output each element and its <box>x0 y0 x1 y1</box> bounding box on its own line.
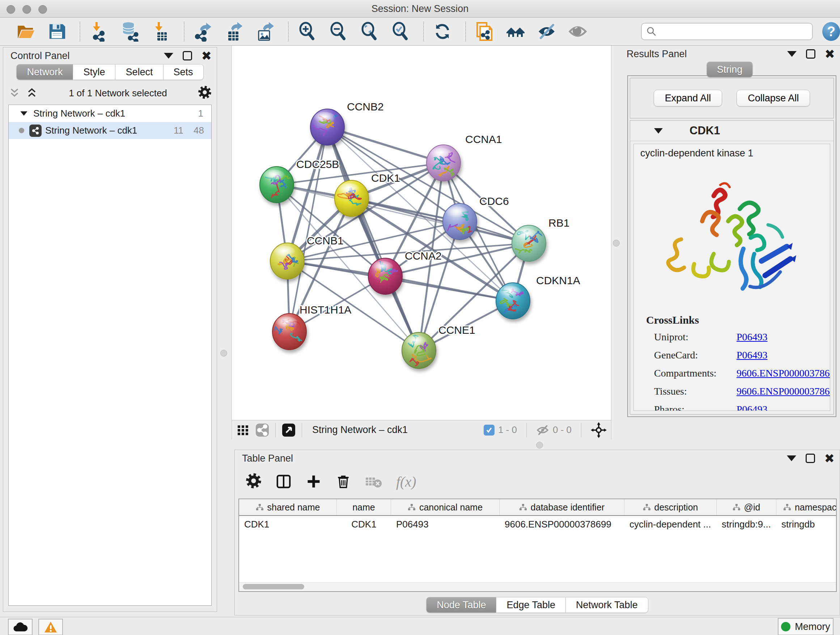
network-node[interactable]: CCNA1 <box>426 133 502 181</box>
gene-section-header[interactable]: CDK1 <box>630 120 834 141</box>
tab-network[interactable]: Network <box>16 64 73 80</box>
column-header-description[interactable]: description <box>624 499 717 515</box>
column-header-shared-name[interactable]: shared name <box>239 499 337 515</box>
network-collection-row[interactable]: String Network – cdk1 1 <box>9 105 211 122</box>
tab-sets[interactable]: Sets <box>164 64 204 80</box>
table-panel: Table Panel ✖ f(x) shared namenamecanoni… <box>234 450 840 616</box>
selected-nodes-checkbox-icon[interactable] <box>484 424 494 435</box>
export-image-button[interactable] <box>254 20 276 43</box>
bottom-splitter-handle[interactable] <box>536 442 543 448</box>
gene-disclosure-icon[interactable] <box>654 128 663 134</box>
crosslink-link[interactable]: 9606.ENSP00000378699 <box>737 367 830 379</box>
table-options-gear-icon[interactable] <box>246 473 262 490</box>
panel-close-icon[interactable]: ✖ <box>825 50 835 57</box>
crosslink-row: Compartments:9606.ENSP00000378699 <box>654 367 830 379</box>
export-table-button[interactable] <box>223 20 245 43</box>
panel-close-icon[interactable]: ✖ <box>202 52 212 59</box>
network-tree: String Network – cdk1 1 String Network –… <box>8 105 212 606</box>
scrollbar-thumb[interactable] <box>243 584 304 589</box>
zoom-in-button[interactable] <box>296 20 318 43</box>
main-toolbar: ? <box>0 18 840 46</box>
right-splitter-handle[interactable] <box>613 240 620 247</box>
crosslink-link[interactable]: P06493 <box>737 331 767 343</box>
panel-collapse-icon[interactable] <box>164 53 173 59</box>
graphics-on-button[interactable] <box>567 20 589 43</box>
graphics-off-button[interactable] <box>535 20 558 43</box>
table-row[interactable]: CDK1CDK1P064939606.ENSP00000378699cyclin… <box>239 516 836 532</box>
column-header-name[interactable]: name <box>337 499 391 515</box>
column-header--id[interactable]: @id <box>717 499 776 515</box>
panel-collapse-icon[interactable] <box>787 455 796 461</box>
warning-status-button[interactable] <box>38 619 63 635</box>
export-table-icon <box>224 21 244 42</box>
help-button[interactable]: ? <box>822 22 840 41</box>
panel-collapse-icon[interactable] <box>787 51 797 57</box>
import-network-button[interactable] <box>88 20 110 43</box>
tab-network-table[interactable]: Network Table <box>566 597 648 613</box>
tab-select[interactable]: Select <box>115 64 163 80</box>
add-column-icon[interactable] <box>306 473 322 489</box>
node-label: CCNA1 <box>465 133 502 145</box>
network-node[interactable]: CDC6 <box>443 195 509 240</box>
network-row[interactable]: String Network – cdk1 11 48 <box>9 122 211 139</box>
results-panel: Results Panel ✖ String Expand All Collap… <box>619 46 840 450</box>
show-columns-icon[interactable] <box>275 473 292 490</box>
tab-style[interactable]: Style <box>73 64 115 80</box>
panel-close-icon[interactable]: ✖ <box>824 455 835 462</box>
network-node[interactable]: CDKN1A <box>494 274 580 319</box>
network-status-dot <box>19 128 24 133</box>
tab-string[interactable]: String <box>706 62 753 78</box>
network-type-icon <box>29 125 42 137</box>
open-session-button[interactable] <box>14 20 37 43</box>
grid-mode-icon[interactable] <box>236 423 250 437</box>
expand-all-button[interactable]: Expand All <box>654 90 722 106</box>
network-options-gear-icon[interactable] <box>198 86 212 101</box>
save-session-button[interactable] <box>46 20 68 43</box>
collection-disclosure-icon[interactable] <box>20 111 27 116</box>
apply-layout-button[interactable] <box>431 20 454 43</box>
collapse-all-networks-icon[interactable] <box>8 87 21 99</box>
crosslink-link[interactable]: P06493 <box>737 349 767 361</box>
crosslink-row: Uniprot:P06493 <box>654 331 830 343</box>
birdseye-view-icon[interactable] <box>281 423 296 437</box>
hidden-elements-icon[interactable] <box>536 424 549 437</box>
left-splitter-handle[interactable] <box>220 350 227 356</box>
network-node[interactable]: HIST1H1A <box>272 304 351 350</box>
network-node[interactable]: CCNE1 <box>402 324 475 369</box>
hidden-counter: 0 - 0 <box>553 424 572 435</box>
crosslink-row: GeneCard:P06493 <box>654 349 830 361</box>
network-mode-icon[interactable] <box>255 423 270 437</box>
zoom-fit-button[interactable] <box>358 20 381 43</box>
column-header-canonical-name[interactable]: canonical name <box>391 499 500 515</box>
string-copy-network-button[interactable] <box>473 20 496 43</box>
table-horizontal-scrollbar[interactable] <box>239 582 836 591</box>
zoom-selected-button[interactable] <box>389 20 412 43</box>
column-header-database-identifier[interactable]: database identifier <box>500 499 624 515</box>
delete-column-icon[interactable] <box>335 473 351 489</box>
crosslink-link[interactable]: P06493 <box>737 404 767 411</box>
tab-edge-table[interactable]: Edge Table <box>496 597 566 613</box>
collapse-all-button[interactable]: Collapse All <box>737 90 810 106</box>
zoom-fit-icon <box>359 21 379 42</box>
network-canvas[interactable]: CCNB2CCNA1CDC25BCDK1CDC6RB1CCNB1CCNA2CDK… <box>232 46 611 420</box>
column-header-namespace[interactable]: namespace <box>776 499 837 515</box>
export-network-button[interactable] <box>192 20 214 43</box>
crosshair-icon[interactable] <box>591 422 607 438</box>
panel-float-icon[interactable] <box>183 51 192 60</box>
network-node[interactable]: RB1 <box>512 217 569 261</box>
memory-button[interactable]: Memory <box>778 618 834 635</box>
cloud-status-button[interactable] <box>8 619 33 635</box>
window-title: Session: New Session <box>0 3 840 14</box>
import-network-from-database-button[interactable] <box>118 20 141 43</box>
expand-all-networks-icon[interactable] <box>26 87 38 99</box>
panel-float-icon[interactable] <box>806 454 815 463</box>
tab-node-table[interactable]: Node Table <box>426 597 496 613</box>
import-table-button[interactable] <box>150 20 172 43</box>
string-home-button[interactable] <box>504 20 527 43</box>
node-label: CCNB2 <box>347 101 384 112</box>
network-edge <box>327 127 444 163</box>
crosslink-link[interactable]: 9606.ENSP00000378699 <box>737 386 830 397</box>
zoom-out-button[interactable] <box>327 20 349 43</box>
search-input[interactable] <box>660 26 812 38</box>
panel-float-icon[interactable] <box>806 49 815 59</box>
